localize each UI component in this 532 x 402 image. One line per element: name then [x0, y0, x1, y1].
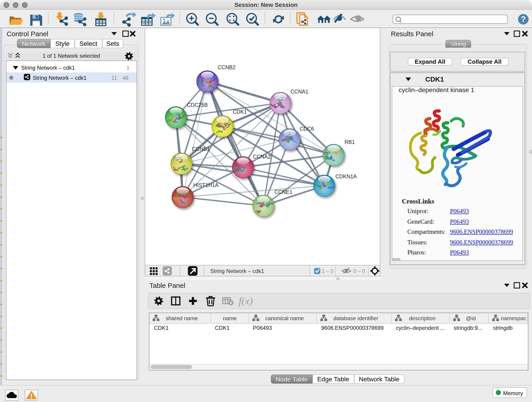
svg-text:cyclin–dependent ...: cyclin–dependent ...	[396, 325, 445, 331]
svg-text:CDC6: CDC6	[300, 126, 314, 132]
svg-text:name: name	[223, 315, 237, 321]
svg-text:stringdb:9...: stringdb:9...	[454, 325, 482, 331]
svg-text:namespac: namespac	[501, 315, 526, 321]
svg-text:stringdb: stringdb	[493, 325, 513, 331]
svg-text:CCNB1: CCNB1	[192, 146, 210, 152]
svg-text:CCNA1: CCNA1	[291, 89, 308, 95]
svg-text:description: description	[409, 315, 436, 321]
svg-text:canonical name: canonical name	[265, 315, 304, 321]
svg-text:HIST1H1A: HIST1H1A	[193, 182, 219, 188]
svg-text:9606.ENSP00000378699: 9606.ENSP00000378699	[321, 325, 384, 331]
svg-text:String Network – cdk1: String Network – cdk1	[210, 268, 264, 274]
svg-text:1 – 0: 1 – 0	[322, 268, 333, 274]
svg-text:CCNB2: CCNB2	[218, 64, 235, 70]
svg-text:CDKN1A: CDKN1A	[336, 173, 357, 179]
svg-text:database identifier: database identifier	[333, 315, 378, 321]
svg-text:f(x): f(x)	[239, 295, 253, 306]
svg-text:CCNE1: CCNE1	[274, 189, 292, 195]
svg-text:CCNA2: CCNA2	[253, 153, 271, 160]
svg-text:CDK1: CDK1	[154, 325, 169, 331]
svg-text:@id: @id	[466, 315, 476, 321]
svg-text:CDK1: CDK1	[215, 325, 230, 331]
svg-text:CDK1: CDK1	[233, 109, 247, 115]
svg-text:P06493: P06493	[253, 325, 272, 331]
svg-text:0 – 0: 0 – 0	[353, 268, 365, 274]
svg-text:shared name: shared name	[166, 315, 198, 321]
svg-text:?: ?	[521, 15, 526, 24]
svg-text:RB1: RB1	[345, 139, 355, 145]
svg-text:CDC25B: CDC25B	[187, 102, 208, 108]
